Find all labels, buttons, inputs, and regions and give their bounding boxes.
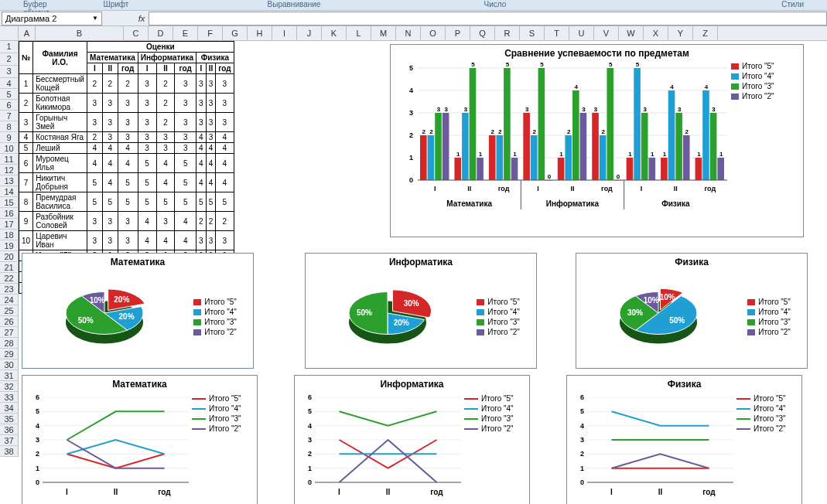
col-header[interactable]: G — [223, 26, 248, 40]
row-header[interactable]: 28 — [0, 338, 19, 349]
col-header[interactable]: A — [19, 26, 36, 40]
row-header[interactable]: 37 — [0, 435, 19, 446]
col-header[interactable]: L — [347, 26, 371, 40]
row-header[interactable]: 33 — [0, 392, 19, 403]
row-header[interactable]: 4 — [0, 78, 19, 89]
svg-text:3: 3 — [643, 106, 647, 113]
row-header[interactable]: 3 — [0, 66, 19, 78]
col-header[interactable]: U — [569, 26, 594, 40]
svg-rect-38 — [565, 135, 572, 180]
row-header[interactable]: 25 — [0, 305, 19, 316]
legend-item: Итого "3" — [747, 318, 791, 326]
svg-text:2: 2 — [685, 128, 689, 135]
svg-text:2: 2 — [308, 450, 312, 458]
row-header[interactable]: 32 — [0, 381, 19, 392]
chevron-down-icon[interactable]: ▼ — [92, 15, 98, 22]
row-header[interactable]: 29 — [0, 349, 19, 359]
row-header[interactable]: 15 — [0, 197, 19, 208]
pie-chart-inf[interactable]: Информатика 30%20%50%Итого "5"Итого "4"И… — [305, 253, 537, 369]
row-header[interactable]: 2 — [0, 53, 19, 66]
row-header[interactable]: 21 — [0, 262, 19, 273]
col-header[interactable]: B — [36, 26, 124, 40]
name-box[interactable]: Диаграмма 2 ▼ — [2, 12, 102, 26]
row-header[interactable]: 16 — [0, 208, 19, 219]
col-header[interactable]: Q — [470, 26, 495, 40]
chart-title: Сравнение успеваемости по предметам — [391, 45, 803, 60]
row-header[interactable]: 12 — [0, 165, 19, 175]
legend-item: Итого "2" — [747, 328, 791, 336]
col-header[interactable]: J — [297, 26, 322, 40]
row-header[interactable]: 11 — [0, 154, 19, 165]
col-header[interactable]: S — [520, 26, 545, 40]
col-header[interactable]: N — [396, 26, 421, 40]
row-header[interactable]: 18 — [0, 230, 19, 240]
line-chart-inf[interactable]: Информатика 0123456IIIгодИтого "5"Итого … — [294, 375, 530, 504]
col-header[interactable]: M — [371, 26, 396, 40]
pie-chart-phys[interactable]: Физика 10%50%30%10%Итого "5"Итого "4"Ито… — [576, 253, 808, 369]
formula-bar[interactable] — [149, 12, 827, 26]
row-header[interactable]: 6 — [0, 100, 19, 111]
row-header[interactable]: 1 — [0, 41, 19, 53]
column-headers[interactable]: ABCDEFGHIJKLMNOPQRSTUVWXYZ — [0, 26, 827, 41]
row-header[interactable]: 30 — [0, 359, 19, 370]
row-header[interactable]: 38 — [0, 446, 19, 457]
row-header[interactable]: 7 — [0, 111, 19, 121]
row-header[interactable]: 27 — [0, 327, 19, 338]
row-header[interactable]: 26 — [0, 316, 19, 327]
svg-text:3: 3 — [712, 106, 716, 113]
row-header[interactable]: 13 — [0, 175, 19, 186]
row-header[interactable]: 19 — [0, 240, 19, 251]
row-header[interactable]: 24 — [0, 295, 19, 305]
col-header[interactable]: R — [495, 26, 520, 40]
col-header[interactable]: Y — [668, 26, 693, 40]
col-header[interactable]: H — [248, 26, 272, 40]
col-header[interactable]: I — [272, 26, 297, 40]
col-header[interactable]: T — [545, 26, 569, 40]
row-header[interactable]: 14 — [0, 186, 19, 197]
row-header[interactable]: 35 — [0, 414, 19, 424]
svg-text:10%: 10% — [660, 293, 675, 301]
legend-item: Итого "4" — [477, 308, 520, 316]
col-header[interactable]: E — [173, 26, 198, 40]
row-header[interactable]: 9 — [0, 132, 19, 143]
row-header[interactable]: 36 — [0, 424, 19, 435]
bar-chart-compare[interactable]: Сравнение успеваемости по предметам 0123… — [390, 44, 804, 237]
col-header[interactable]: D — [149, 26, 173, 40]
line-chart-math[interactable]: Математика 0123456IIIгодИтого "5"Итого "… — [22, 375, 258, 504]
row-header[interactable]: 23 — [0, 284, 19, 295]
row-header[interactable]: 20 — [0, 251, 19, 262]
col-header[interactable]: Z — [693, 26, 718, 40]
col-header[interactable]: X — [644, 26, 668, 40]
row-header[interactable]: 17 — [0, 219, 19, 230]
col-header[interactable]: C — [124, 26, 149, 40]
svg-text:4: 4 — [409, 87, 413, 94]
col-header[interactable]: O — [421, 26, 446, 40]
row-header[interactable]: 34 — [0, 403, 19, 414]
svg-text:год: год — [430, 488, 443, 496]
row-header[interactable]: 8 — [0, 121, 19, 132]
row-header[interactable]: 5 — [0, 89, 19, 100]
col-header[interactable]: F — [198, 26, 223, 40]
select-all-corner[interactable] — [0, 26, 19, 40]
worksheet-grid[interactable]: 1234567891011121314151617181920212223242… — [0, 41, 808, 504]
col-header[interactable]: V — [594, 26, 619, 40]
pie-chart-math[interactable]: Математика 20%20%50%10%Итого "5"Итого "4… — [22, 253, 254, 369]
col-header[interactable]: K — [322, 26, 347, 40]
row-header[interactable]: 22 — [0, 273, 19, 284]
fx-icon[interactable]: fx — [135, 14, 149, 23]
svg-rect-80 — [683, 135, 690, 180]
row-header[interactable]: 31 — [0, 370, 19, 381]
col-header[interactable]: W — [619, 26, 644, 40]
svg-text:3: 3 — [36, 436, 39, 444]
col-header[interactable]: P — [446, 26, 470, 40]
line-chart-phys[interactable]: Физика 0123456IIIгодИтого "5"Итого "4"Ит… — [566, 375, 802, 504]
row-header[interactable]: 10 — [0, 143, 19, 154]
legend-item: Итого "5" — [747, 298, 791, 306]
row-headers[interactable]: 1234567891011121314151617181920212223242… — [0, 41, 19, 457]
svg-text:3: 3 — [464, 106, 468, 113]
chart-title: Математика — [22, 254, 253, 269]
svg-text:1: 1 — [559, 151, 563, 158]
svg-rect-20 — [558, 158, 565, 180]
table-row: 3Горыныч Змей333323333 — [19, 113, 234, 132]
svg-rect-62 — [675, 113, 682, 180]
